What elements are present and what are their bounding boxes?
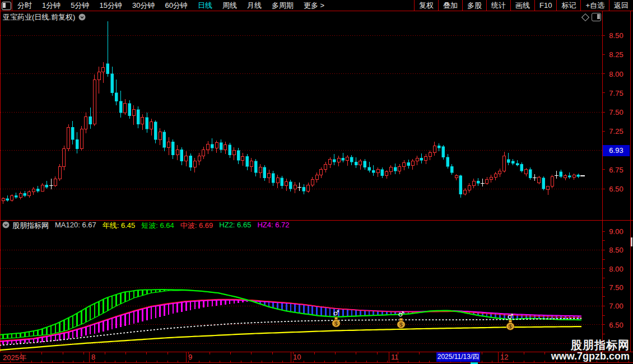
- candle: [263, 165, 266, 181]
- toolbar-button[interactable]: 复权: [414, 0, 438, 11]
- candle: [193, 158, 196, 172]
- price-axis-label: 7.50: [603, 108, 629, 116]
- candle: [93, 74, 96, 126]
- candle: [433, 142, 436, 156]
- toolbar-actions: 复权叠加多股统计画线F10标记+自选返回: [414, 0, 633, 11]
- indicator-sub-chart[interactable]: ♂$♂$♂$: [0, 230, 633, 352]
- collapse-chevron-icon[interactable]: [78, 13, 86, 22]
- watermark-url: www.7gpzb.com: [551, 351, 630, 362]
- toolbar-button[interactable]: F10: [534, 0, 556, 11]
- period-tab[interactable]: 更多 >: [299, 0, 329, 11]
- month-label: 10: [293, 353, 301, 361]
- svg-text:♂: ♂: [508, 312, 514, 320]
- period-tab[interactable]: 月线: [242, 0, 267, 11]
- candle: [416, 156, 418, 165]
- candle: [337, 156, 340, 166]
- candle: [45, 181, 48, 189]
- candle: [41, 183, 44, 192]
- top-toolbar: 分时1分钟5分钟15分钟30分钟60分钟日线周线月线多周期更多 > 复权叠加多股…: [0, 0, 633, 11]
- period-tab[interactable]: 多周期: [267, 0, 299, 11]
- candle: [246, 154, 249, 170]
- candle: [568, 172, 571, 179]
- candle: [481, 179, 485, 186]
- price-axis-label: 6.50: [603, 185, 629, 193]
- candle: [128, 100, 131, 119]
- panel-toggle-icon[interactable]: [592, 13, 601, 21]
- toolbar-button[interactable]: 标记: [556, 0, 580, 11]
- price-axis-label: 7.00: [603, 302, 629, 310]
- indicator-collapse-icon[interactable]: [2, 221, 10, 230]
- candle: [49, 179, 53, 189]
- candle: [163, 130, 166, 151]
- candle: [538, 176, 541, 184]
- toolbar-button[interactable]: 叠加: [438, 0, 462, 11]
- candle: [520, 162, 523, 172]
- candle: [577, 174, 580, 178]
- trading-app-window: 分时1分钟5分钟15分钟30分钟60分钟日线周线月线多周期更多 > 复权叠加多股…: [0, 0, 633, 364]
- candle: [511, 159, 514, 165]
- candle: [97, 67, 100, 94]
- hz2-line: [0, 291, 581, 339]
- candle: [289, 180, 292, 192]
- candle: [268, 170, 271, 184]
- candle: [342, 153, 345, 163]
- candle: [525, 168, 528, 176]
- candle: [2, 197, 4, 204]
- candle: [364, 159, 366, 170]
- candle: [215, 141, 218, 153]
- period-tab[interactable]: 60分钟: [160, 0, 192, 11]
- candle: [455, 174, 458, 180]
- candle: [446, 154, 449, 169]
- candle: [232, 147, 235, 160]
- period-tab[interactable]: 15分钟: [94, 0, 127, 11]
- candle: [547, 186, 550, 195]
- candle: [385, 170, 388, 179]
- candle: [450, 164, 453, 175]
- sidebar-toggle-icon[interactable]: [2, 2, 11, 10]
- candle: [324, 162, 327, 172]
- cursor-date-box: 2025/11/13/四: [436, 352, 480, 362]
- candle: [171, 139, 174, 158]
- price-axis-label: 7.75: [603, 89, 629, 97]
- candle: [376, 167, 379, 178]
- candle: [54, 176, 57, 187]
- period-tab[interactable]: 周线: [217, 0, 242, 11]
- candle: [146, 113, 148, 133]
- toolbar-button[interactable]: 画线: [510, 0, 534, 11]
- candle: [403, 160, 406, 170]
- candle: [294, 182, 296, 194]
- candle: [241, 153, 244, 166]
- period-tab[interactable]: 5分钟: [66, 0, 94, 11]
- candle: [464, 188, 467, 196]
- indicator-value-label: 年线: 6.45: [103, 221, 136, 231]
- toolbar-button[interactable]: 多股: [462, 0, 486, 11]
- toolbar-button[interactable]: 统计: [486, 0, 510, 11]
- candle: [281, 176, 283, 189]
- svg-text:♂: ♂: [398, 310, 404, 318]
- candle: [137, 106, 139, 128]
- candle: [307, 183, 310, 193]
- candle: [119, 91, 122, 118]
- scrollbar-thumb[interactable]: [631, 237, 632, 246]
- indicator-value-label: HZ4: 6.72: [257, 221, 289, 231]
- candle: [542, 176, 545, 190]
- candle: [315, 172, 318, 183]
- period-tab[interactable]: 30分钟: [127, 0, 160, 11]
- toolbar-button[interactable]: 返回: [609, 0, 633, 11]
- price-axis-label: 8.00: [603, 70, 629, 78]
- candle: [80, 126, 83, 151]
- candle: [67, 124, 70, 151]
- main-candlestick-chart[interactable]: [0, 11, 633, 220]
- period-tab[interactable]: 分时: [12, 0, 37, 11]
- toolbar-button[interactable]: +自选: [580, 0, 609, 11]
- candle: [368, 162, 371, 172]
- candle: [350, 155, 353, 165]
- candle: [533, 174, 537, 181]
- candle: [254, 159, 257, 177]
- indicator-value-label: 中波: 6.69: [180, 221, 213, 231]
- period-tab[interactable]: 日线: [193, 0, 217, 11]
- period-tab[interactable]: 1分钟: [37, 0, 66, 11]
- candle: [185, 151, 188, 166]
- candle: [311, 177, 314, 187]
- candle: [180, 147, 183, 165]
